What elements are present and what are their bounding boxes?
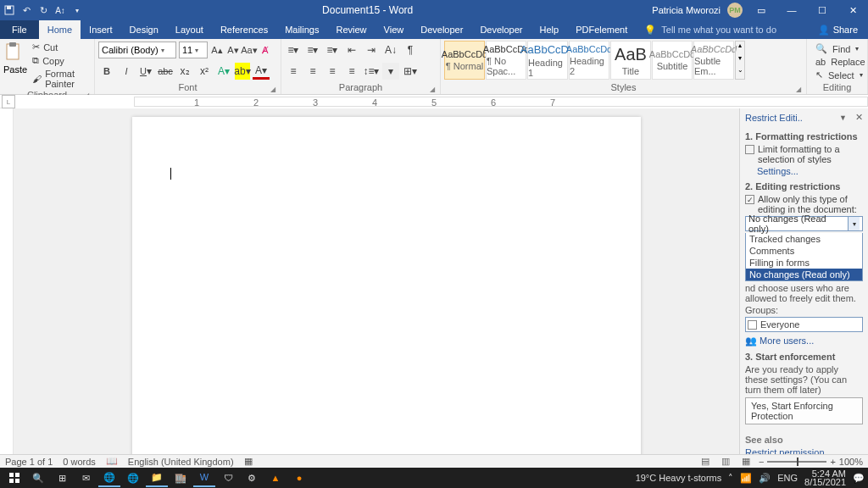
save-icon[interactable] [3, 4, 15, 16]
undo-icon[interactable]: ↶ [20, 4, 32, 16]
taskbar-app[interactable]: ⚙ [241, 469, 263, 487]
zoom-slider[interactable] [767, 461, 826, 463]
option-tracked[interactable]: Tracked changes [746, 233, 862, 245]
italic-icon[interactable]: I [118, 63, 135, 80]
maximize-icon[interactable]: ☐ [810, 0, 834, 20]
tab-review[interactable]: Review [328, 20, 376, 39]
dialog-launcher-icon[interactable]: ◢ [796, 86, 801, 93]
touch-mode-icon[interactable]: A↕ [54, 4, 66, 16]
superscript-icon[interactable]: x² [196, 63, 213, 80]
tab-insert[interactable]: Insert [81, 20, 121, 39]
paste-button[interactable]: Paste [3, 41, 27, 75]
settings-link[interactable]: Settings... [757, 166, 863, 176]
document-area[interactable] [14, 108, 739, 454]
horizontal-ruler[interactable]: 1234567 [15, 95, 868, 108]
option-comments[interactable]: Comments [746, 245, 862, 257]
web-layout-icon[interactable]: ▦ [738, 456, 754, 468]
taskbar-app[interactable]: 🛡 [217, 469, 239, 487]
styles-more-icon[interactable]: ▴▾⌄ [735, 41, 745, 80]
taskbar-app[interactable]: 🌐 [122, 469, 144, 487]
change-case-icon[interactable]: Aa▾ [242, 42, 256, 58]
limit-formatting-checkbox[interactable]: Limit formatting to a selection of style… [745, 144, 863, 164]
tab-home[interactable]: Home [39, 20, 81, 39]
tab-help[interactable]: Help [531, 20, 568, 39]
notifications-icon[interactable]: 💬 [853, 473, 865, 484]
redo-icon[interactable]: ↻ [37, 4, 49, 16]
option-forms[interactable]: Filling in forms [746, 257, 862, 269]
minimize-icon[interactable]: — [780, 0, 804, 20]
taskbar-app[interactable]: 🌐 [98, 469, 120, 487]
page-indicator[interactable]: Page 1 of 1 [5, 457, 53, 467]
macro-icon[interactable]: ▦ [244, 456, 253, 467]
style-subtitle[interactable]: AaBbCcDdSubtitle [652, 41, 693, 80]
wifi-icon[interactable]: 📶 [740, 473, 752, 484]
copy-button[interactable]: ⧉Copy [29, 54, 91, 67]
dialog-launcher-icon[interactable]: ◢ [270, 86, 275, 93]
page[interactable] [132, 117, 641, 454]
qat-dropdown-icon[interactable]: ▾ [71, 4, 83, 16]
share-button[interactable]: 👤Share [808, 20, 868, 39]
strike-icon[interactable]: abc [157, 63, 174, 80]
tab-developer[interactable]: Developer [412, 20, 471, 39]
text-effects-icon[interactable]: A▾ [215, 63, 232, 80]
highlight-icon[interactable]: ab▾ [235, 63, 250, 80]
lang-indicator[interactable]: ENG [777, 473, 798, 483]
restrict-permission-link[interactable]: Restrict permission... [745, 447, 863, 454]
user-name[interactable]: Patricia Mworozi [652, 5, 721, 15]
multilevel-icon[interactable]: ≡▾ [324, 42, 341, 58]
align-center-icon[interactable]: ≡ [304, 63, 321, 80]
replace-button[interactable]: abReplace [810, 56, 868, 68]
shrink-font-icon[interactable]: A▾ [226, 42, 240, 58]
ribbon-display-icon[interactable]: ▭ [749, 0, 773, 20]
dialog-launcher-icon[interactable]: ◢ [430, 86, 435, 93]
vertical-ruler[interactable] [0, 108, 14, 454]
tab-view[interactable]: View [376, 20, 413, 39]
font-name-combo[interactable]: Calibri (Body)▾ [98, 42, 176, 58]
editing-type-dropdown[interactable]: No changes (Read only)▾ [745, 216, 863, 231]
show-marks-icon[interactable]: ¶ [402, 42, 419, 58]
start-icon[interactable] [3, 469, 25, 487]
select-button[interactable]: ↖Select▾ [810, 69, 868, 81]
volume-icon[interactable]: 🔊 [759, 473, 771, 484]
more-users-link[interactable]: 👥 More users... [745, 336, 863, 347]
spellcheck-icon[interactable]: 📖 [106, 456, 118, 467]
file-tab[interactable]: File [0, 20, 39, 39]
read-mode-icon[interactable]: ▤ [698, 456, 713, 468]
task-view-icon[interactable]: ⊞ [51, 469, 73, 487]
clear-format-icon[interactable]: A̸ [259, 42, 272, 58]
taskbar-app[interactable]: ✉ [75, 469, 97, 487]
zoom-control[interactable]: − + 100% [759, 457, 863, 467]
zoom-out-icon[interactable]: − [759, 457, 764, 467]
search-icon[interactable]: 🔍 [27, 469, 49, 487]
style-normal[interactable]: AaBbCcDd¶ Normal [444, 41, 485, 80]
taskbar-app[interactable]: 🏬 [170, 469, 192, 487]
align-right-icon[interactable]: ≡ [324, 63, 341, 80]
avatar[interactable]: PM [727, 3, 743, 18]
style-title[interactable]: AaBTitle [610, 41, 651, 80]
zoom-value[interactable]: 100% [839, 457, 863, 467]
tell-me[interactable]: 💡Tell me what you want to do [636, 20, 785, 39]
tab-developer-2[interactable]: Developer [471, 20, 531, 39]
everyone-checkbox[interactable]: Everyone [748, 319, 860, 330]
numbering-icon[interactable]: ≡▾ [304, 42, 321, 58]
taskbar-app[interactable]: ● [288, 469, 310, 487]
taskbar-word-icon[interactable]: W [193, 469, 215, 487]
style-subtle-em[interactable]: AaBbCcDdSubtle Em... [693, 41, 734, 80]
shading-icon[interactable]: ▾ [382, 63, 399, 80]
grow-font-icon[interactable]: A▴ [210, 42, 224, 58]
option-readonly[interactable]: No changes (Read only) [746, 269, 862, 280]
underline-icon[interactable]: U▾ [137, 63, 154, 80]
close-icon[interactable]: ✕ [841, 0, 865, 20]
weather-widget[interactable]: 19°C Heavy t-storms [636, 473, 722, 483]
align-left-icon[interactable]: ≡ [285, 63, 302, 80]
justify-icon[interactable]: ≡ [343, 63, 360, 80]
font-color-icon[interactable]: A▾ [253, 63, 270, 80]
bullets-icon[interactable]: ≡▾ [285, 42, 302, 58]
tab-references[interactable]: References [212, 20, 276, 39]
format-painter-button[interactable]: 🖌Format Painter [29, 68, 91, 90]
style-heading1[interactable]: AaBbCcDdHeading 1 [527, 41, 568, 80]
pane-close-icon[interactable]: ✕ [855, 112, 863, 123]
tab-pdfelement[interactable]: PDFelement [567, 20, 636, 39]
taskbar-app[interactable]: 📁 [146, 469, 168, 487]
tab-design[interactable]: Design [121, 20, 167, 39]
